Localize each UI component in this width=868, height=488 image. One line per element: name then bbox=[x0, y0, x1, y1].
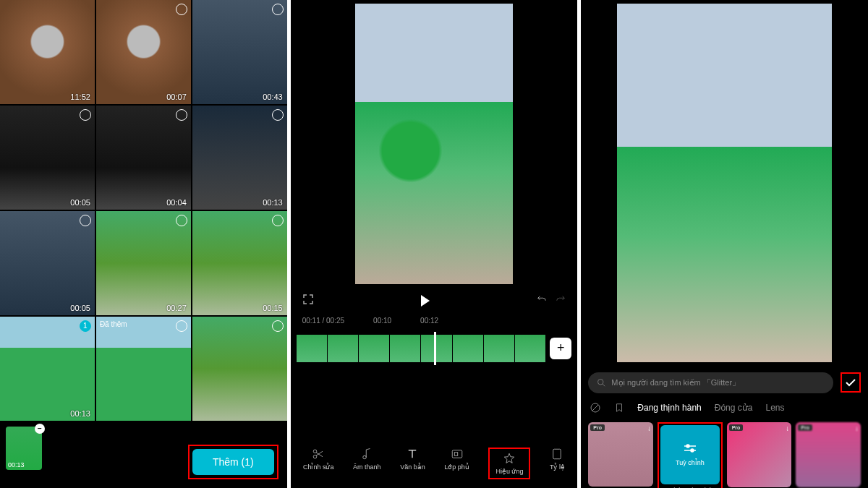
tool-label: Lớp phủ bbox=[444, 463, 469, 471]
duration: 11:52 bbox=[70, 93, 90, 101]
select-circle[interactable] bbox=[272, 4, 284, 15]
select-circle[interactable] bbox=[176, 215, 187, 226]
tool-label: Tỷ lệ bbox=[550, 463, 565, 471]
svg-rect-3 bbox=[452, 450, 462, 458]
undo-redo bbox=[537, 294, 566, 307]
bottom-toolbar: Chỉnh sửa Âm thanh Văn bản Lớp phủ Hiệu … bbox=[291, 439, 578, 488]
tool-label: Chỉnh sửa bbox=[303, 463, 334, 471]
download-icon: ↓ bbox=[855, 424, 859, 432]
svg-point-8 bbox=[686, 445, 689, 448]
pro-badge: Pro bbox=[729, 424, 744, 431]
duration: 00:05 bbox=[70, 304, 90, 312]
video-thumb[interactable] bbox=[192, 317, 287, 421]
tool-label: Âm thanh bbox=[353, 463, 381, 471]
select-circle[interactable] bbox=[80, 109, 91, 121]
undo-icon[interactable] bbox=[537, 294, 547, 304]
time-current: 00:11 bbox=[302, 317, 320, 325]
remove-icon[interactable]: − bbox=[35, 424, 45, 434]
video-preview[interactable] bbox=[617, 4, 833, 362]
video-thumb[interactable]: 00:43 bbox=[192, 0, 287, 104]
ratio-icon bbox=[550, 448, 563, 461]
duration: 00:05 bbox=[70, 198, 90, 207]
tool-audio[interactable]: Âm thanh bbox=[353, 448, 381, 479]
select-circle[interactable] bbox=[176, 4, 187, 15]
time-total: 00:25 bbox=[326, 317, 344, 325]
effect-custom-highlight: Tuỳ chỉnh g bóng thu phó bbox=[658, 422, 723, 488]
download-icon: ↓ bbox=[647, 424, 651, 432]
effect-custom[interactable]: Tuỳ chỉnh g bóng thu phó bbox=[660, 425, 720, 488]
screen-gallery: 11:52 00:07 00:43 00:05 00:04 00:13 00:0… bbox=[0, 0, 287, 488]
select-circle[interactable] bbox=[272, 215, 284, 226]
effect-item[interactable]: Pro↓ Rò rỉ tập trung bbox=[588, 422, 653, 488]
added-tag: Đã thêm bbox=[100, 320, 127, 328]
tool-label: Hiệu ứng bbox=[495, 468, 523, 475]
confirm-button-highlight bbox=[841, 372, 861, 393]
custom-label: Tuỳ chỉnh bbox=[676, 459, 705, 466]
effect-item[interactable]: Pro↓ Flash trắng ii bbox=[727, 422, 792, 488]
selected-thumb[interactable]: − 00:13 bbox=[6, 427, 42, 470]
star-icon bbox=[503, 452, 516, 465]
video-thumb[interactable]: 00:04 bbox=[96, 106, 191, 210]
tab-closing[interactable]: Đóng cửa bbox=[715, 403, 753, 413]
play-icon[interactable] bbox=[421, 295, 430, 307]
svg-point-6 bbox=[598, 380, 604, 385]
download-icon: ↓ bbox=[786, 424, 789, 432]
video-thumb[interactable]: 00:15 bbox=[192, 211, 287, 315]
tool-effects[interactable]: Hiệu ứng bbox=[495, 452, 523, 475]
duration: 00:04 bbox=[166, 198, 187, 207]
search-input[interactable]: Mọi người đang tìm kiếm 「Glitter」 bbox=[588, 372, 833, 393]
scissors-icon bbox=[312, 448, 325, 461]
video-thumb[interactable]: 100:13 bbox=[0, 317, 95, 421]
select-circle[interactable] bbox=[176, 320, 187, 332]
tool-ratio[interactable]: Tỷ lệ bbox=[550, 448, 565, 479]
search-row: Mọi người đang tìm kiếm 「Glitter」 bbox=[581, 368, 868, 398]
video-thumb[interactable]: 00:05 bbox=[0, 106, 95, 210]
tab-lens[interactable]: Lens bbox=[765, 403, 784, 413]
video-preview[interactable] bbox=[355, 4, 513, 284]
timeline[interactable]: + bbox=[291, 335, 578, 362]
duration: 00:43 bbox=[263, 93, 283, 101]
sliders-icon bbox=[683, 442, 697, 456]
effects-grid: Pro↓ Rò rỉ tập trung Tuỳ chỉnh g bóng th… bbox=[581, 418, 868, 488]
fullscreen-icon[interactable] bbox=[302, 294, 314, 308]
video-thumb[interactable]: 00:13 bbox=[192, 106, 287, 210]
select-circle-picked[interactable]: 1 bbox=[80, 320, 91, 332]
svg-point-2 bbox=[363, 455, 367, 459]
clip-strip[interactable] bbox=[297, 335, 546, 362]
tool-overlay[interactable]: Lớp phủ bbox=[444, 448, 469, 479]
video-gallery: 11:52 00:07 00:43 00:05 00:04 00:13 00:0… bbox=[0, 0, 287, 421]
tool-label: Văn bản bbox=[400, 463, 425, 471]
svg-rect-4 bbox=[454, 453, 458, 456]
search-placeholder: Mọi người đang tìm kiếm 「Glitter」 bbox=[611, 377, 740, 388]
none-icon[interactable] bbox=[590, 402, 601, 414]
time-mark: 00:12 bbox=[420, 317, 438, 325]
music-note-icon bbox=[360, 448, 373, 461]
select-circle[interactable] bbox=[80, 215, 91, 226]
screen-effects: Mọi người đang tìm kiếm 「Glitter」 Đang t… bbox=[581, 0, 868, 488]
video-thumb[interactable]: 00:05 bbox=[0, 211, 95, 315]
select-circle[interactable] bbox=[272, 320, 284, 332]
check-icon[interactable] bbox=[843, 375, 858, 390]
select-circle[interactable] bbox=[272, 109, 284, 121]
tool-text[interactable]: Văn bản bbox=[400, 448, 425, 479]
bookmark-icon[interactable] bbox=[614, 403, 624, 413]
time-mark: 00:10 bbox=[373, 317, 391, 325]
pro-badge: Pro bbox=[798, 424, 812, 431]
video-thumb[interactable]: 00:27 bbox=[96, 211, 191, 315]
add-button[interactable]: Thêm (1) bbox=[192, 449, 274, 475]
video-thumb[interactable]: Đã thêm bbox=[96, 317, 191, 421]
svg-point-9 bbox=[691, 449, 694, 452]
video-thumb[interactable]: 00:07 bbox=[96, 0, 191, 104]
redo-icon[interactable] bbox=[556, 294, 566, 304]
video-thumb[interactable]: 11:52 bbox=[0, 0, 95, 104]
tab-trending[interactable]: Đang thịnh hành bbox=[637, 403, 701, 413]
duration: 00:13 bbox=[263, 198, 283, 207]
pro-badge: Pro bbox=[590, 424, 605, 431]
tool-edit[interactable]: Chỉnh sửa bbox=[303, 448, 334, 479]
playhead[interactable] bbox=[434, 332, 436, 365]
add-button-highlight: Thêm (1) bbox=[188, 445, 278, 479]
duration: 00:07 bbox=[166, 93, 187, 101]
effect-item[interactable]: Pro↓ Lặp lại lắc bbox=[796, 422, 861, 488]
select-circle[interactable] bbox=[176, 109, 187, 121]
add-clip-button[interactable]: + bbox=[550, 338, 571, 359]
